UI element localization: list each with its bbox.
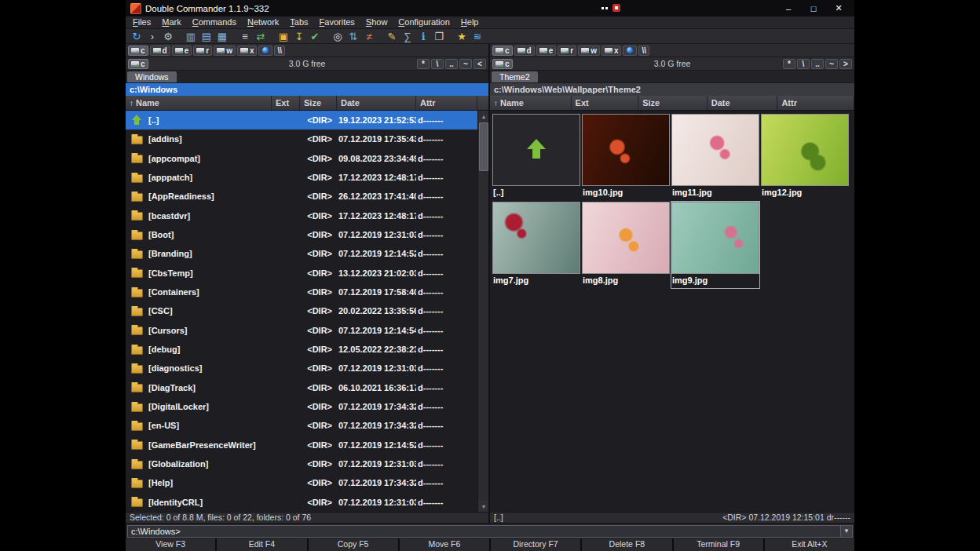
left-drive-c-button[interactable]: c xyxy=(128,46,148,56)
title-bar[interactable]: Double Commander 1.1.9~332 – □ ✕ xyxy=(126,0,854,16)
menu-item-files[interactable]: Files xyxy=(127,16,156,28)
menu-item-mark[interactable]: Mark xyxy=(156,16,186,28)
file-row[interactable]: [appcompat]<DIR>09.08.2023 23:34:49d----… xyxy=(126,149,477,168)
left-mark-button[interactable]: * xyxy=(417,59,430,69)
thumbnail-item-img12jpg[interactable]: img12.jpg xyxy=(761,114,849,200)
synchronize-dirs-icon[interactable]: ⇅ xyxy=(346,30,360,43)
file-row[interactable]: [CSC]<DIR>20.02.2022 13:35:56d------- xyxy=(126,301,477,320)
file-row[interactable]: [Help]<DIR>07.12.2019 17:34:32d------- xyxy=(126,473,477,492)
multi-rename-icon[interactable]: ✎ xyxy=(385,30,399,43)
file-row[interactable]: [Boot]<DIR>07.12.2019 12:31:03d------- xyxy=(126,225,477,244)
file-row[interactable]: [Containers]<DIR>07.12.2019 17:58:40d---… xyxy=(126,283,477,301)
left-drive-x-button[interactable]: x xyxy=(237,46,258,56)
thumbnail-item-img9jpg[interactable]: img9.jpg xyxy=(671,202,759,288)
file-row[interactable]: [IdentityCRL]<DIR>07.12.2019 12:31:03d--… xyxy=(126,493,477,512)
left-network-drive-button[interactable] xyxy=(258,46,272,56)
thumbnails-view-icon[interactable]: ▦ xyxy=(215,30,229,43)
command-line-field[interactable]: c:\Windows> xyxy=(127,525,853,538)
left-home-button[interactable]: ~ xyxy=(459,59,472,69)
file-row[interactable]: [Globalization]<DIR>07.12.2019 12:31:03d… xyxy=(126,454,477,473)
favorites-icon[interactable]: ★ xyxy=(455,30,469,43)
fn-terminal-f9[interactable]: Terminal F9 xyxy=(674,538,763,551)
scroll-up-icon[interactable] xyxy=(478,111,488,122)
left-root-button[interactable]: \ xyxy=(431,59,444,69)
find-files-icon[interactable]: ◎ xyxy=(331,30,345,43)
column-header-name[interactable]: Name xyxy=(490,96,572,110)
right-mark-button[interactable]: * xyxy=(783,59,795,69)
menu-item-tabs[interactable]: Tabs xyxy=(284,16,313,28)
left-unc-path-button[interactable]: \\ xyxy=(274,46,285,56)
run-terminal-icon[interactable]: › xyxy=(145,30,159,43)
file-row[interactable]: [en-US]<DIR>07.12.2019 17:34:32d------- xyxy=(126,416,477,435)
right-drive-c-button[interactable]: c xyxy=(492,46,513,56)
right-drive-select-button[interactable]: c xyxy=(492,59,513,69)
close-button[interactable]: ✕ xyxy=(826,0,851,16)
right-drive-x-button[interactable]: x xyxy=(602,46,622,56)
menu-item-favorites[interactable]: Favorites xyxy=(314,16,360,28)
column-header-size[interactable]: Size xyxy=(638,96,708,110)
thumbnail-item-img8jpg[interactable]: img8.jpg xyxy=(582,202,670,288)
compare-contents-icon[interactable]: ≠ xyxy=(362,30,376,43)
right-unc-path-button[interactable]: \\ xyxy=(638,46,649,56)
command-input[interactable] xyxy=(184,526,840,537)
file-row[interactable]: [diagnostics]<DIR>07.12.2019 12:31:03d--… xyxy=(126,359,477,378)
fn-exit-alt-x[interactable]: Exit Alt+X xyxy=(765,538,854,551)
network-connect-icon[interactable]: ≋ xyxy=(470,30,485,43)
extract-files-icon[interactable]: ↧ xyxy=(292,30,306,43)
column-header-size[interactable]: Size xyxy=(300,96,337,110)
fn-view-f3[interactable]: View F3 xyxy=(126,538,215,551)
column-header-attr[interactable]: Attr xyxy=(416,96,477,110)
left-drive-select-button[interactable]: c xyxy=(128,59,148,69)
scroll-down-icon[interactable] xyxy=(478,501,488,512)
right-parent-dir-button[interactable]: .. xyxy=(811,59,824,69)
left-drive-r-button[interactable]: r xyxy=(193,46,212,56)
file-row[interactable]: [apppatch]<DIR>17.12.2023 12:48:17d-----… xyxy=(126,168,477,187)
right-drive-r-button[interactable]: r xyxy=(558,46,576,56)
left-drive-w-button[interactable]: w xyxy=(214,46,236,56)
right-home-button[interactable]: ~ xyxy=(825,59,838,69)
fn-edit-f4[interactable]: Edit F4 xyxy=(217,538,306,551)
thumbnail-item-img11jpg[interactable]: img11.jpg xyxy=(671,114,759,200)
right-drive-e-button[interactable]: e xyxy=(536,46,557,56)
command-history-dropdown-icon[interactable] xyxy=(840,526,852,537)
fn-copy-f5[interactable]: Copy F5 xyxy=(309,538,398,551)
column-header-ext[interactable]: Ext xyxy=(272,96,300,110)
right-drive-d-button[interactable]: d xyxy=(514,46,535,56)
file-row[interactable]: [DiagTrack]<DIR>06.10.2021 16:36:17d----… xyxy=(126,378,477,397)
menu-item-commands[interactable]: Commands xyxy=(187,16,242,28)
menu-item-help[interactable]: Help xyxy=(455,16,485,28)
calculate-space-icon[interactable]: ∑ xyxy=(400,30,415,43)
fn-delete-f8[interactable]: Delete F8 xyxy=(582,538,671,551)
thumbnail-item-img7jpg[interactable]: img7.jpg xyxy=(492,202,580,288)
left-path-bar[interactable]: c:\Windows xyxy=(126,83,488,96)
file-row[interactable]: [Branding]<DIR>07.12.2019 12:14:52d-----… xyxy=(126,244,477,263)
left-scrollbar[interactable] xyxy=(477,111,488,512)
right-tab-theme2[interactable]: Theme2 xyxy=(492,71,538,82)
refresh-icon[interactable]: ↻ xyxy=(130,30,144,43)
file-row[interactable]: [..]<DIR>19.12.2023 21:52:53d------- xyxy=(126,111,477,130)
maximize-button[interactable]: □ xyxy=(801,0,826,16)
test-archive-icon[interactable]: ✔ xyxy=(308,30,322,43)
copy-names-icon[interactable]: ❐ xyxy=(432,30,446,43)
thumbnail-item-img10jpg[interactable]: img10.jpg xyxy=(582,114,670,200)
file-properties-icon[interactable]: ℹ xyxy=(416,30,430,43)
scrollbar-thumb[interactable] xyxy=(479,122,488,171)
right-network-drive-button[interactable] xyxy=(623,46,637,56)
file-row[interactable]: [bcastdvr]<DIR>17.12.2023 12:48:17d-----… xyxy=(126,206,477,225)
column-header-date[interactable]: Date xyxy=(337,96,416,110)
pack-files-icon[interactable]: ▣ xyxy=(276,30,291,43)
left-drive-d-button[interactable]: d xyxy=(150,46,170,56)
left-drive-e-button[interactable]: e xyxy=(172,46,192,56)
column-header-attr[interactable]: Attr xyxy=(777,96,854,110)
flat-view-icon[interactable]: ≡ xyxy=(238,30,252,43)
brief-view-icon[interactable]: ▥ xyxy=(184,30,198,43)
file-row[interactable]: [Cursors]<DIR>07.12.2019 12:14:54d------… xyxy=(126,321,477,340)
right-path-bar[interactable]: c:\Windows\Web\Wallpaper\Theme2 xyxy=(490,83,854,96)
right-history-button[interactable]: > xyxy=(839,59,852,69)
fn-directory-f7[interactable]: Directory F7 xyxy=(491,538,580,551)
minimize-button[interactable]: – xyxy=(776,0,801,16)
column-header-name[interactable]: Name xyxy=(126,96,272,110)
swap-panels-icon[interactable]: ⇄ xyxy=(254,30,268,43)
fn-move-f6[interactable]: Move F6 xyxy=(400,538,489,551)
menu-item-configuration[interactable]: Configuration xyxy=(393,16,455,28)
